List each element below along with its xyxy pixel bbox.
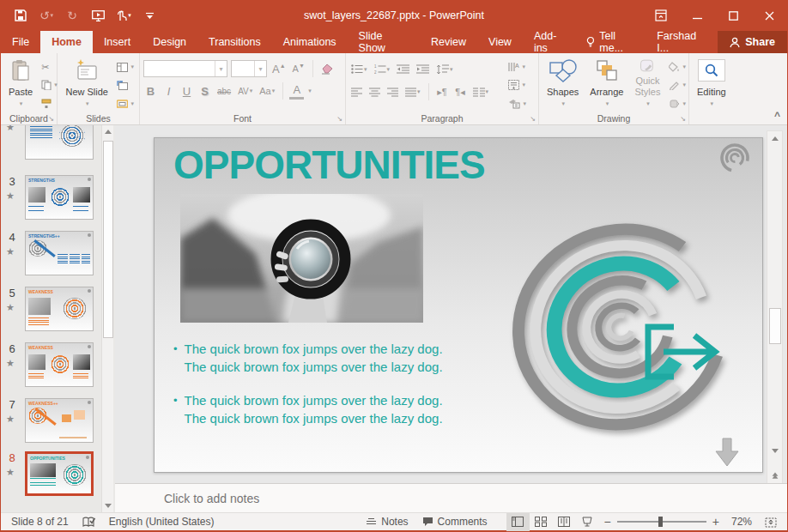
ltr-text-direction-button[interactable]: ▸¶ <box>435 84 450 100</box>
thumbnail-slide-preview[interactable]: WEAKNESS <box>25 287 94 331</box>
tab-animations[interactable]: Animations <box>272 31 348 53</box>
slide-thumbnail-5[interactable]: 5★WEAKNESS <box>1 287 101 335</box>
thumbnail-slide-preview[interactable]: STRENGTHS <box>25 175 94 220</box>
line-spacing-button[interactable]: ▾ <box>434 61 455 77</box>
bullet-item[interactable]: •The quick brown fox jumps over the lazy… <box>173 391 452 428</box>
slide-sorter-view-button[interactable] <box>530 513 553 531</box>
tell-me-button[interactable]: Tell me... <box>579 30 649 54</box>
tab-view[interactable]: View <box>477 31 523 53</box>
zoom-out-button[interactable]: − <box>604 515 611 529</box>
tab-slide-show[interactable]: Slide Show <box>348 31 420 53</box>
start-slideshow-icon[interactable] <box>90 8 106 23</box>
change-case-button[interactable]: Aa▾ <box>258 83 276 100</box>
normal-view-button[interactable] <box>506 513 530 531</box>
strikethrough-button[interactable]: abc <box>215 83 233 100</box>
reset-slide-button[interactable] <box>115 78 136 92</box>
thumbnail-slide-preview[interactable]: OPPORTUNITIES→ <box>25 451 94 496</box>
italic-button[interactable]: I <box>161 83 176 100</box>
decrease-indent-button[interactable] <box>395 61 411 77</box>
text-direction-button[interactable]: A▾ <box>506 60 528 74</box>
comments-toggle[interactable]: Comments <box>415 513 494 531</box>
undo-icon[interactable]: ↺▾ <box>39 8 54 23</box>
font-color-button[interactable]: A <box>289 83 304 100</box>
reading-view-button[interactable] <box>553 513 576 531</box>
font-size-combo[interactable]: ▾ <box>231 60 267 77</box>
ribbon-display-options-icon[interactable] <box>643 0 679 31</box>
quick-styles-button[interactable]: Quick Styles ▾ <box>630 57 664 111</box>
underline-button[interactable]: U <box>179 83 194 100</box>
notes-placeholder[interactable]: Click to add notes <box>164 492 259 505</box>
customize-qat-icon[interactable] <box>142 8 157 23</box>
align-center-button[interactable] <box>367 84 382 100</box>
minimize-icon[interactable] <box>679 0 715 31</box>
language-indicator[interactable]: English (United States) <box>102 513 221 531</box>
character-spacing-button[interactable]: AV▾ <box>236 83 254 100</box>
zoom-slider-handle[interactable] <box>658 517 663 527</box>
slide-layout-button[interactable]: ▾ <box>115 60 136 74</box>
cut-button[interactable]: ✂ <box>39 60 59 74</box>
tab-home[interactable]: Home <box>40 31 93 53</box>
touch-mouse-mode-icon[interactable]: ▾ <box>116 8 131 23</box>
font-name-combo[interactable]: ▾ <box>143 60 227 77</box>
bullets-button[interactable]: ▾ <box>349 61 369 77</box>
collapse-ribbon-button[interactable]: ^ <box>774 110 780 122</box>
format-painter-button[interactable] <box>39 97 59 111</box>
slide-thumbnail-3[interactable]: 3★STRENGTHS <box>1 175 101 223</box>
tab-transitions[interactable]: Transitions <box>197 31 272 53</box>
zoom-level[interactable]: 72% <box>724 513 759 531</box>
arrange-button[interactable]: Arrange▾ <box>585 57 627 111</box>
thumb-scrollbar-thumb[interactable] <box>103 141 113 338</box>
shape-fill-button[interactable]: ▾ <box>667 60 688 74</box>
editor-scroll-down-button[interactable] <box>769 445 781 456</box>
shape-effects-button[interactable]: ▾ <box>667 97 688 111</box>
save-icon[interactable] <box>13 8 28 23</box>
exit-arrow-icon[interactable] <box>639 320 736 384</box>
thumbnail-slide-preview[interactable]: WEAKNESS <box>25 342 94 387</box>
redo-icon[interactable]: ↻ <box>64 8 80 23</box>
slideshow-view-button[interactable] <box>576 513 599 531</box>
thumb-scroll-up-button[interactable] <box>103 126 113 137</box>
copy-button[interactable]: ▾ <box>39 78 59 92</box>
slide-thumbnail-2[interactable]: ★↔ <box>1 125 101 163</box>
previous-slide-button[interactable] <box>769 473 781 478</box>
grow-font-button[interactable]: A▲ <box>270 61 288 77</box>
spellcheck-icon[interactable] <box>76 513 102 531</box>
thumbnail-scrollbar[interactable] <box>101 125 113 512</box>
thumbnail-slide-preview[interactable]: WEAKNESS++ <box>25 398 94 443</box>
align-text-button[interactable]: ▾ <box>506 78 528 92</box>
slide-title[interactable]: OPPORTUNITIES <box>173 142 485 188</box>
editing-button[interactable]: Editing▾ <box>693 57 730 111</box>
slide-body-text[interactable]: •The quick brown fox jumps over the lazy… <box>173 340 452 442</box>
tab-file[interactable]: File <box>1 31 40 53</box>
clear-formatting-button[interactable] <box>319 61 336 77</box>
columns-button[interactable]: ▾ <box>471 84 491 100</box>
slide-thumbnail-8[interactable]: 8★OPPORTUNITIES→ <box>1 451 101 499</box>
tab-design[interactable]: Design <box>142 31 197 53</box>
increase-indent-button[interactable] <box>415 61 431 77</box>
share-button[interactable]: Share <box>718 31 787 53</box>
editor-scrollbar-thumb[interactable] <box>769 308 781 344</box>
slide-thumbnail-4[interactable]: 4★STRENGTHS++ <box>1 231 101 279</box>
thumb-scroll-down-button[interactable] <box>103 500 113 511</box>
text-shadow-button[interactable]: S <box>197 83 212 100</box>
zoom-in-button[interactable]: + <box>712 515 719 529</box>
bullet-item[interactable]: •The quick brown fox jumps over the lazy… <box>173 340 452 377</box>
tab-add-ins[interactable]: Add-ins <box>523 31 579 53</box>
editor-scroll-up-button[interactable] <box>769 133 781 144</box>
account-name[interactable]: Farshad I... <box>649 30 718 54</box>
lens-photo[interactable] <box>180 194 423 323</box>
thumbnail-slide-preview[interactable]: STRENGTHS++ <box>25 231 94 275</box>
fit-slide-to-window-button[interactable] <box>759 513 782 531</box>
slide-canvas[interactable]: OPPORTUNITIES <box>154 137 763 473</box>
slide-thumbnail-7[interactable]: 7★WEAKNESS++ <box>1 398 101 446</box>
maximize-icon[interactable] <box>715 0 751 31</box>
notes-toggle[interactable]: Notes <box>359 513 415 531</box>
tab-review[interactable]: Review <box>420 31 477 53</box>
align-left-button[interactable] <box>349 84 364 100</box>
shapes-button[interactable]: Shapes▾ <box>543 57 583 111</box>
shrink-font-button[interactable]: A▼ <box>291 61 306 77</box>
shape-outline-button[interactable]: ▾ <box>667 78 688 92</box>
convert-to-smartart-button[interactable]: ▾ <box>506 97 528 111</box>
slide-thumbnail-6[interactable]: 6★WEAKNESS <box>1 342 101 390</box>
justify-button[interactable]: ▾ <box>403 84 422 100</box>
